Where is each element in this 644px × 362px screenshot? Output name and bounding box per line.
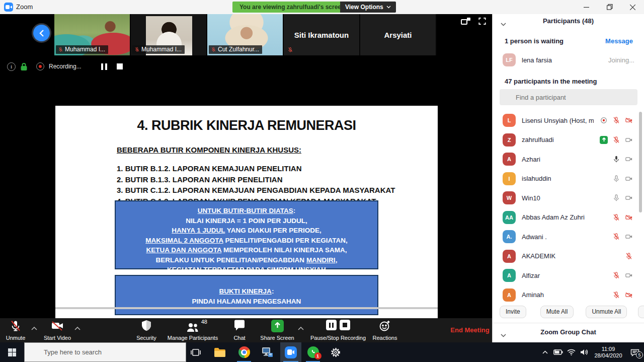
slide-list-item: 1. BUTIR B.1.2. LAPORAN KEMAJUAN PENELIT… [117, 163, 438, 174]
video-tile-4[interactable]: Siti Ikramatoun [284, 14, 360, 55]
start-button[interactable] [0, 342, 24, 362]
manage-participants-button[interactable]: 48 Manage Participants [160, 320, 225, 342]
speaker-icon[interactable] [578, 349, 591, 355]
camera-icon [625, 136, 633, 144]
waiting-count-label: 1 person is waiting [505, 37, 564, 45]
participants-count: 48 [201, 319, 207, 325]
whatsapp-button[interactable]: 1 [303, 342, 323, 362]
participant-row[interactable]: I islahuddin [493, 169, 644, 189]
participant-name: Muhammad I... [65, 46, 105, 53]
waiting-participant-row[interactable]: LF lena farsia Joining... [503, 53, 634, 66]
share-options-caret[interactable] [298, 323, 304, 332]
remote-desktop-button[interactable] [257, 342, 277, 362]
participant-row[interactable]: A AKADEMIK [493, 247, 644, 266]
reactions-button[interactable]: Reactions [367, 320, 403, 342]
tray-chevron-icon[interactable] [538, 350, 551, 354]
task-view-button[interactable] [186, 342, 206, 362]
participant-name: Cut Zulfahnur... [218, 46, 259, 53]
mic-muted-icon [625, 252, 633, 260]
pause-stop-recording-button[interactable]: Pause/Stop Recording [304, 320, 372, 342]
restore-button[interactable] [598, 0, 621, 14]
info-icon[interactable]: i [7, 62, 16, 71]
shared-screen-slide: 4. RUBRIK KINERJA REMUNERASI BEBERAPA BU… [55, 106, 438, 321]
avatar: AA [503, 211, 516, 224]
recording-dot-icon [36, 62, 44, 70]
chat-button[interactable]: Chat [225, 320, 254, 342]
unmute-all-button[interactable]: Unmute All [586, 306, 627, 318]
video-tile-5[interactable]: Arsyiati [360, 14, 437, 55]
recording-indicator-bar: i Recording... [7, 61, 123, 71]
wifi-icon[interactable] [565, 349, 578, 355]
avatar: A [503, 269, 516, 282]
message-link[interactable]: Message [605, 37, 633, 45]
video-tile-2[interactable]: Muhammad I... [131, 14, 207, 55]
action-center-button[interactable]: 5 [626, 348, 644, 356]
minimize-button[interactable] [575, 0, 598, 14]
video-options-caret[interactable] [74, 323, 80, 332]
start-video-button[interactable]: Start Video [42, 320, 72, 342]
participant-row[interactable]: L Lisensi Unsyiah (Host, me) [493, 111, 644, 130]
participant-name: Alfizar [522, 272, 606, 279]
notification-badge: 5 [636, 351, 643, 358]
participant-name: zahrulfuadi [522, 136, 594, 143]
participant-row[interactable]: A. Adwani . [493, 227, 644, 247]
chrome-button[interactable] [234, 342, 254, 362]
mic-muted-icon [612, 136, 620, 144]
pause-recording-icon[interactable] [326, 320, 337, 330]
mic-muted-icon [612, 116, 620, 124]
taskbar-clock[interactable]: 11:09 28/04/2020 [591, 346, 626, 359]
find-participant-input[interactable] [500, 89, 637, 105]
participant-row[interactable]: A Alfizar [493, 266, 644, 285]
mic-muted-icon [612, 291, 620, 299]
video-tile-3[interactable]: Cut Zulfahnur... [207, 14, 284, 55]
invite-button[interactable]: Invite [500, 306, 526, 318]
end-meeting-button[interactable]: End Meeting [445, 318, 495, 342]
mic-muted-icon [58, 47, 63, 52]
meeting-stage: Muhammad I... Muhammad I... Cut Zulfahnu… [0, 14, 492, 318]
scrollbar[interactable] [639, 112, 642, 212]
view-options-button[interactable]: View Options [340, 2, 396, 13]
participant-row[interactable]: W Win10 [493, 188, 644, 208]
zoom-meeting-window: Zoom You are viewing zahrulfuadi's scree… [0, 0, 644, 362]
speaker-view-icon[interactable] [461, 17, 471, 25]
unmute-button[interactable]: Unmute [1, 320, 30, 342]
previous-videos-button[interactable] [33, 25, 50, 41]
participant-row[interactable]: A Aminah [493, 285, 644, 305]
audio-options-caret[interactable] [31, 323, 37, 332]
in-meeting-count-label: 47 participants in the meeting [505, 78, 597, 85]
security-button[interactable]: Security [130, 320, 163, 342]
screen-sharing-icon [600, 136, 608, 144]
camera-off-icon [625, 291, 633, 299]
pause-recording-icon[interactable] [101, 63, 107, 70]
more-options-button[interactable]: ... [638, 306, 644, 318]
fullscreen-icon[interactable] [478, 17, 487, 25]
stop-recording-icon[interactable] [340, 320, 350, 330]
encryption-lock-icon[interactable] [20, 62, 28, 71]
participant-row[interactable]: AA Abbas Adam Az Zuhri [493, 208, 644, 228]
mute-all-button[interactable]: Mute All [540, 306, 574, 318]
share-screen-button[interactable]: Share Screen [259, 320, 296, 342]
mic-icon [612, 194, 620, 202]
participant-row[interactable]: Z zahrulfuadi [493, 130, 644, 150]
stop-recording-icon[interactable] [117, 63, 123, 69]
panel-title: Participants (48) [493, 17, 644, 25]
battery-icon[interactable] [551, 349, 565, 355]
video-tile-1[interactable]: Muhammad I... [54, 14, 131, 55]
chat-bubble-icon [233, 320, 246, 331]
avatar: LF [503, 53, 516, 66]
camera-icon [625, 194, 633, 202]
avatar: Z [503, 133, 516, 147]
camera-off-icon [625, 116, 633, 124]
video-name-chip: Muhammad I... [132, 45, 185, 54]
view-options-label: View Options [345, 2, 383, 13]
file-explorer-button[interactable] [210, 342, 230, 362]
participant-row[interactable]: A Azhari [493, 150, 644, 169]
avatar: A [503, 250, 516, 263]
settings-button[interactable] [326, 342, 346, 362]
camera-off-icon [625, 213, 633, 222]
camera-icon [625, 271, 633, 279]
taskbar-search-input[interactable] [24, 342, 186, 362]
chevron-left-icon [39, 30, 44, 37]
close-button[interactable] [621, 0, 644, 14]
zoom-taskbar-button[interactable] [280, 342, 301, 362]
